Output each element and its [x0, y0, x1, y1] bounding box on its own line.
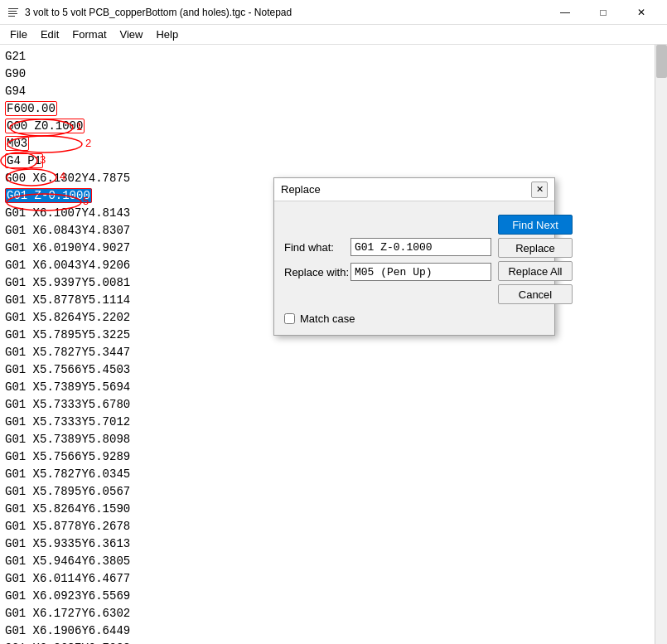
dialog-close-button[interactable]: ✕: [531, 182, 548, 198]
menu-bar: File Edit Format View Help: [0, 25, 667, 45]
match-case-label[interactable]: Match case: [300, 312, 355, 325]
find-label: Find what:: [284, 241, 350, 254]
scrollbar-thumb[interactable]: [656, 45, 667, 78]
menu-edit[interactable]: Edit: [34, 27, 65, 42]
find-section: Find what: Replace with:: [284, 238, 491, 281]
replace-button[interactable]: Replace: [498, 238, 573, 258]
app-icon: [7, 6, 20, 19]
text-content[interactable]: G21 G90 G94 F600.00 G00 Z0.1000 M03 G4 P…: [0, 45, 655, 644]
replace-input[interactable]: [350, 263, 491, 281]
svg-rect-2: [8, 11, 17, 12]
maximize-button[interactable]: □: [584, 0, 622, 25]
highlight-g00z: G00 Z0.1000: [5, 119, 85, 133]
dialog-title: Replace: [281, 183, 321, 196]
dialog-buttons: Find Next Replace Replace All Cancel: [498, 215, 573, 304]
find-input[interactable]: [350, 238, 491, 256]
highlight-g01z: G01 Z-0.1000: [5, 188, 92, 203]
menu-file[interactable]: File: [3, 27, 34, 42]
replace-dialog: Replace ✕ Find what: Replace with: Find: [273, 177, 555, 336]
svg-rect-1: [8, 8, 18, 9]
dialog-body: Find what: Replace with: Find Next Repla…: [274, 201, 554, 335]
menu-help[interactable]: Help: [149, 27, 185, 42]
svg-rect-3: [8, 13, 17, 14]
close-button[interactable]: ✕: [622, 0, 660, 25]
title-bar-left: 3 volt to 5 volt PCB_copperBottom (and h…: [7, 6, 292, 19]
find-next-button[interactable]: Find Next: [498, 215, 573, 235]
minimize-button[interactable]: —: [546, 0, 584, 25]
window-controls: — □ ✕: [546, 0, 660, 25]
replace-label: Replace with:: [284, 266, 350, 278]
replace-input-row: Replace with:: [284, 263, 491, 281]
svg-rect-0: [7, 6, 20, 19]
scrollbar-vertical[interactable]: [655, 45, 667, 644]
replace-all-button[interactable]: Replace All: [498, 261, 573, 281]
cancel-button[interactable]: Cancel: [498, 284, 573, 304]
highlight-g4p1: G4 P1: [5, 153, 43, 168]
editor-area: G21 G90 G94 F600.00 G00 Z0.1000 M03 G4 P…: [0, 45, 667, 644]
window-title: 3 volt to 5 volt PCB_copperBottom (and h…: [25, 7, 292, 18]
highlight-m03: M03: [5, 136, 29, 151]
match-case-checkbox[interactable]: [284, 313, 295, 324]
menu-format[interactable]: Format: [65, 27, 113, 42]
menu-view[interactable]: View: [114, 27, 150, 42]
find-row: Find what: Replace with: Find Next Repla…: [284, 215, 544, 304]
find-input-row: Find what:: [284, 238, 491, 256]
dialog-title-bar: Replace ✕: [274, 178, 554, 201]
svg-rect-4: [8, 16, 15, 17]
title-bar: 3 volt to 5 volt PCB_copperBottom (and h…: [0, 0, 667, 25]
highlight-f600: F600.00: [5, 101, 57, 116]
match-case-row: Match case: [284, 312, 544, 325]
